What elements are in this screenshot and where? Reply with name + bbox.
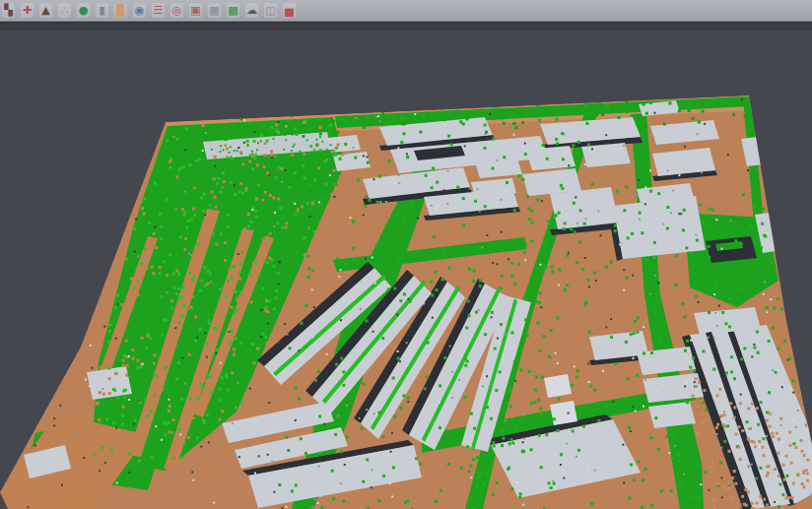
viewport-3d[interactable] — [0, 23, 812, 509]
application-window: ▚✚▲∴●▮▉◉☰◎▣▦▩☁◫▅ — [0, 0, 812, 509]
terrain-scene — [0, 0, 812, 509]
terrain-mesh — [0, 94, 812, 509]
